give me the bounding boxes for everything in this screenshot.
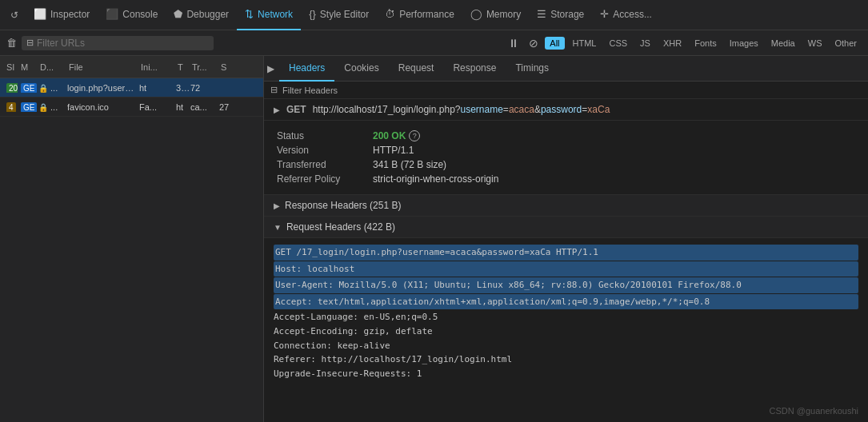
col-header-tr[interactable]: Tr...	[189, 62, 218, 72]
request-method-label: GET	[286, 104, 306, 115]
network-icon: ⇅	[245, 8, 254, 20]
filter-bar: 🗑 ⊟ ⏸ ⊘ All HTML CSS JS XHR Fonts Images…	[0, 30, 868, 56]
referrer-label: Referrer Policy	[277, 173, 373, 185]
tab-network[interactable]: ⇅ Network	[237, 0, 301, 30]
filter-url-input[interactable]	[37, 38, 209, 49]
tab-performance[interactable]: ⏱ Performance	[377, 0, 462, 30]
status-help-icon[interactable]: ?	[409, 130, 420, 141]
header-line-9: Upgrade-Insecure-Requests: 1	[274, 367, 858, 381]
status-badge: 20	[3, 83, 18, 93]
filter-fonts-button[interactable]: Fonts	[690, 37, 722, 50]
col-header-file[interactable]: File	[66, 62, 138, 72]
tab-cookies[interactable]: Cookies	[334, 56, 388, 82]
pause-recording-button[interactable]: ⏸	[505, 35, 522, 51]
filter-bar-right: ⏸ ⊘ All HTML CSS JS XHR Fonts Images Med…	[505, 35, 862, 51]
reset-icon[interactable]: ↺	[6, 7, 22, 23]
filter-css-button[interactable]: CSS	[604, 37, 632, 50]
tab-console[interactable]: ⬛ Console	[98, 0, 166, 30]
domain-cell: 🔒 ...	[37, 102, 66, 112]
col-header-s[interactable]: S	[218, 62, 234, 72]
filter-icon: ⊟	[26, 38, 34, 48]
lock-icon: 🔒	[38, 103, 48, 112]
tab-storage[interactable]: ☰ Storage	[529, 0, 592, 30]
referrer-value: strict-origin-when-cross-origin	[373, 173, 498, 185]
tab-memory[interactable]: ◯ Memory	[462, 0, 529, 30]
response-headers-section[interactable]: ▶ Response Headers (251 B)	[264, 195, 868, 217]
tab-debugger[interactable]: ⬟ Debugger	[166, 0, 237, 30]
tab-style-editor-label: Style Editor	[320, 9, 369, 20]
accessibility-icon: ✛	[600, 8, 609, 20]
status-badge: 4	[3, 102, 18, 112]
tab-accessibility[interactable]: ✛ Access...	[592, 0, 660, 30]
status-value: 200 OK	[373, 130, 406, 141]
header-line-6: Accept-Encoding: gzip, deflate	[274, 324, 858, 339]
table-row[interactable]: 4 GE 🔒 ... favicon.ico Fa... ht ca... 27	[0, 98, 263, 117]
request-url-section: ▶ GET http://localhost/17_login/login.ph…	[264, 99, 868, 121]
clear-requests-button[interactable]: 🗑	[6, 37, 17, 49]
file-cell: favicon.ico	[66, 102, 138, 112]
tab-request[interactable]: Request	[389, 56, 444, 82]
request-list-header: SI M D... File Ini... T Tr... S	[0, 56, 263, 78]
tab-timings[interactable]: Timings	[506, 56, 558, 82]
request-headers-arrow: ▼	[274, 223, 282, 232]
filter-html-button[interactable]: HTML	[568, 37, 602, 50]
tab-memory-label: Memory	[486, 9, 521, 20]
lock-icon: 🔒	[38, 84, 48, 93]
type-cell: ht	[174, 102, 189, 112]
tab-console-label: Console	[122, 9, 158, 20]
request-headers-label: Request Headers (422 B)	[286, 221, 395, 233]
header-line-7: Connection: keep-alive	[274, 339, 858, 353]
tab-storage-label: Storage	[550, 9, 584, 20]
filter-all-button[interactable]: All	[545, 37, 564, 50]
inspector-icon: ⬜	[34, 8, 46, 20]
referrer-row: Referrer Policy strict-origin-when-cross…	[277, 172, 855, 186]
request-headers-section[interactable]: ▼ Request Headers (422 B)	[264, 217, 868, 238]
request-list: SI M D... File Ini... T Tr... S 20 GE 🔒 …	[0, 56, 264, 422]
request-rows: 20 GE 🔒 ... login.php?usern d... ht 34..…	[0, 78, 263, 422]
filter-ws-button[interactable]: WS	[803, 37, 827, 50]
version-label: Version	[277, 145, 373, 156]
filter-other-button[interactable]: Other	[830, 37, 862, 50]
filter-js-button[interactable]: JS	[635, 37, 655, 50]
filter-url-container: ⊟	[22, 36, 214, 50]
request-headers-content: GET /17_login/login.php?username=acaca&p…	[264, 238, 868, 387]
expand-panel-icon[interactable]: ▶	[267, 63, 274, 74]
memory-icon: ◯	[470, 8, 482, 20]
filter-images-button[interactable]: Images	[725, 37, 763, 50]
col-header-domain[interactable]: D...	[37, 62, 66, 72]
tab-performance-label: Performance	[399, 9, 454, 20]
tab-debugger-label: Debugger	[186, 9, 229, 20]
performance-icon: ⏱	[385, 8, 395, 20]
header-line-8: Referer: http://localhost/17_login/login…	[274, 352, 858, 367]
col-header-t[interactable]: T	[174, 62, 189, 72]
panel-content: ⊟ Filter Headers ▶ GET http://localhost/…	[264, 82, 868, 422]
filter-headers-bar: ⊟ Filter Headers	[264, 82, 868, 99]
tab-style-editor[interactable]: {} Style Editor	[301, 0, 377, 30]
col-header-ini[interactable]: Ini...	[138, 62, 174, 72]
debugger-icon: ⬟	[174, 8, 182, 20]
status-section: Status 200 OK ? Version HTTP/1.1 Transfe…	[264, 121, 868, 195]
type-cell: 34...	[174, 83, 189, 93]
storage-icon: ☰	[537, 8, 546, 20]
block-requests-button[interactable]: ⊘	[526, 35, 542, 51]
filter-xhr-button[interactable]: XHR	[658, 37, 686, 50]
tab-inspector[interactable]: ⬜ Inspector	[26, 0, 98, 30]
tab-response[interactable]: Response	[443, 56, 506, 82]
domain-cell: 🔒 ...	[37, 83, 66, 93]
version-value: HTTP/1.1	[373, 145, 414, 156]
filter-headers-label: Filter Headers	[282, 86, 338, 95]
header-line-3: User-Agent: Mozilla/5.0 (X11; Ubuntu; Li…	[274, 277, 858, 293]
tab-accessibility-label: Access...	[613, 9, 652, 20]
tab-network-label: Network	[258, 9, 293, 20]
response-headers-label: Response Headers (251 B)	[285, 200, 401, 211]
tab-headers[interactable]: Headers	[279, 56, 334, 82]
ini-cell: Fa...	[138, 102, 174, 112]
col-header-method[interactable]: M	[18, 62, 37, 72]
console-icon: ⬛	[106, 8, 118, 20]
expand-url-arrow[interactable]: ▶	[274, 106, 280, 114]
method-badge: GE	[18, 102, 37, 112]
filter-media-button[interactable]: Media	[766, 37, 800, 50]
response-headers-arrow: ▶	[274, 201, 280, 210]
col-header-si[interactable]: SI	[3, 62, 18, 72]
table-row[interactable]: 20 GE 🔒 ... login.php?usern d... ht 34..…	[0, 78, 263, 98]
